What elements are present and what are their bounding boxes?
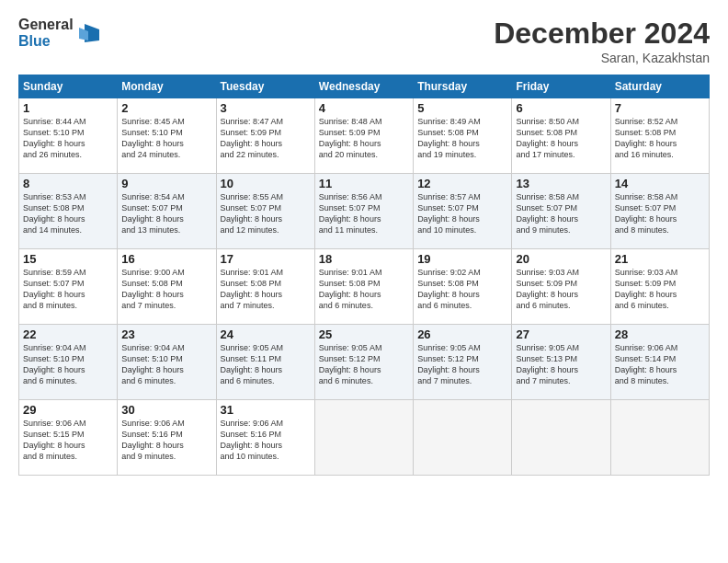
calendar-week-row: 29Sunrise: 9:06 AM Sunset: 5:15 PM Dayli…	[19, 400, 710, 476]
day-info: Sunrise: 9:05 AM Sunset: 5:12 PM Dayligh…	[417, 343, 481, 385]
day-info: Sunrise: 8:50 AM Sunset: 5:08 PM Dayligh…	[516, 117, 579, 159]
day-info: Sunrise: 8:59 AM Sunset: 5:07 PM Dayligh…	[23, 268, 86, 310]
day-number: 11	[319, 177, 409, 190]
calendar-day-cell: 7Sunrise: 8:52 AM Sunset: 5:08 PM Daylig…	[610, 98, 709, 174]
logo-blue: Blue	[18, 33, 74, 50]
day-number: 31	[221, 403, 311, 417]
calendar-day-cell: 31Sunrise: 9:06 AM Sunset: 5:16 PM Dayli…	[216, 400, 314, 476]
calendar-header-cell: Friday	[512, 75, 610, 98]
calendar-day-cell: 24Sunrise: 9:05 AM Sunset: 5:11 PM Dayli…	[216, 325, 314, 400]
day-number: 21	[615, 252, 705, 266]
day-info: Sunrise: 9:05 AM Sunset: 5:13 PM Dayligh…	[516, 343, 579, 385]
day-number: 22	[23, 327, 113, 341]
calendar-week-row: 15Sunrise: 8:59 AM Sunset: 5:07 PM Dayli…	[19, 249, 710, 325]
day-info: Sunrise: 9:06 AM Sunset: 5:14 PM Dayligh…	[615, 343, 678, 385]
day-info: Sunrise: 9:04 AM Sunset: 5:10 PM Dayligh…	[23, 343, 86, 385]
logo-text: General Blue	[18, 17, 74, 49]
day-number: 15	[23, 252, 113, 266]
day-number: 5	[417, 101, 507, 115]
calendar-day-cell: 20Sunrise: 9:03 AM Sunset: 5:09 PM Dayli…	[512, 249, 610, 325]
logo-general: General	[18, 17, 74, 33]
calendar-day-cell: 28Sunrise: 9:06 AM Sunset: 5:14 PM Dayli…	[610, 325, 709, 400]
calendar-day-cell: 14Sunrise: 8:58 AM Sunset: 5:07 PM Dayli…	[610, 174, 709, 249]
day-info: Sunrise: 9:06 AM Sunset: 5:16 PM Dayligh…	[221, 419, 284, 461]
calendar-day-cell: 17Sunrise: 9:01 AM Sunset: 5:08 PM Dayli…	[216, 249, 314, 325]
calendar-table: SundayMondayTuesdayWednesdayThursdayFrid…	[18, 75, 710, 476]
day-number: 4	[319, 101, 409, 115]
day-info: Sunrise: 9:03 AM Sunset: 5:09 PM Dayligh…	[516, 268, 579, 310]
day-number: 10	[221, 177, 311, 190]
calendar-day-cell: 1Sunrise: 8:44 AM Sunset: 5:10 PM Daylig…	[19, 98, 118, 174]
calendar-week-row: 8Sunrise: 8:53 AM Sunset: 5:08 PM Daylig…	[19, 174, 710, 249]
day-info: Sunrise: 8:58 AM Sunset: 5:07 PM Dayligh…	[516, 192, 579, 235]
day-number: 25	[319, 327, 409, 341]
day-info: Sunrise: 8:47 AM Sunset: 5:09 PM Dayligh…	[221, 117, 284, 159]
day-number: 12	[417, 177, 507, 190]
calendar-day-cell: 6Sunrise: 8:50 AM Sunset: 5:08 PM Daylig…	[512, 98, 610, 174]
day-number: 2	[121, 101, 211, 115]
day-number: 23	[121, 327, 211, 341]
day-info: Sunrise: 9:06 AM Sunset: 5:16 PM Dayligh…	[121, 419, 185, 461]
calendar-header-cell: Saturday	[610, 75, 709, 98]
calendar-day-cell: 18Sunrise: 9:01 AM Sunset: 5:08 PM Dayli…	[314, 249, 413, 325]
day-info: Sunrise: 9:01 AM Sunset: 5:08 PM Dayligh…	[221, 268, 284, 310]
calendar-day-cell: 5Sunrise: 8:49 AM Sunset: 5:08 PM Daylig…	[414, 98, 512, 174]
day-number: 9	[121, 177, 211, 190]
day-info: Sunrise: 9:06 AM Sunset: 5:15 PM Dayligh…	[23, 419, 86, 461]
calendar-day-cell: 22Sunrise: 9:04 AM Sunset: 5:10 PM Dayli…	[19, 325, 118, 400]
day-number: 27	[516, 327, 606, 341]
day-info: Sunrise: 9:05 AM Sunset: 5:12 PM Dayligh…	[319, 343, 382, 385]
day-number: 18	[319, 252, 409, 266]
calendar-day-cell: 9Sunrise: 8:54 AM Sunset: 5:07 PM Daylig…	[118, 174, 216, 249]
calendar-day-cell	[512, 400, 610, 476]
day-info: Sunrise: 8:48 AM Sunset: 5:09 PM Dayligh…	[319, 117, 382, 159]
day-info: Sunrise: 8:53 AM Sunset: 5:08 PM Dayligh…	[23, 192, 86, 235]
day-number: 13	[516, 177, 606, 190]
calendar-week-row: 22Sunrise: 9:04 AM Sunset: 5:10 PM Dayli…	[19, 325, 710, 400]
month-title: December 2024	[494, 17, 710, 51]
calendar-day-cell: 12Sunrise: 8:57 AM Sunset: 5:07 PM Dayli…	[414, 174, 512, 249]
calendar-header-cell: Tuesday	[216, 75, 314, 98]
day-number: 19	[417, 252, 507, 266]
page: General Blue December 2024 Saran, Kazakh…	[0, 0, 728, 563]
day-info: Sunrise: 8:56 AM Sunset: 5:07 PM Dayligh…	[319, 192, 382, 235]
day-number: 20	[516, 252, 606, 266]
calendar-header-row: SundayMondayTuesdayWednesdayThursdayFrid…	[19, 75, 710, 98]
day-number: 28	[615, 327, 705, 341]
day-info: Sunrise: 9:03 AM Sunset: 5:09 PM Dayligh…	[615, 268, 678, 310]
day-number: 6	[516, 101, 606, 115]
calendar-day-cell: 26Sunrise: 9:05 AM Sunset: 5:12 PM Dayli…	[414, 325, 512, 400]
calendar-day-cell	[314, 400, 413, 476]
day-number: 24	[221, 327, 311, 341]
calendar-day-cell: 8Sunrise: 8:53 AM Sunset: 5:08 PM Daylig…	[19, 174, 118, 249]
day-info: Sunrise: 9:02 AM Sunset: 5:08 PM Dayligh…	[417, 268, 481, 310]
calendar-header-cell: Thursday	[414, 75, 512, 98]
day-info: Sunrise: 8:52 AM Sunset: 5:08 PM Dayligh…	[615, 117, 678, 159]
calendar-day-cell: 27Sunrise: 9:05 AM Sunset: 5:13 PM Dayli…	[512, 325, 610, 400]
logo: General Blue	[18, 17, 101, 49]
subtitle: Saran, Kazakhstan	[494, 51, 710, 65]
calendar-day-cell: 23Sunrise: 9:04 AM Sunset: 5:10 PM Dayli…	[118, 325, 216, 400]
day-info: Sunrise: 9:00 AM Sunset: 5:08 PM Dayligh…	[121, 268, 185, 310]
day-info: Sunrise: 9:01 AM Sunset: 5:08 PM Dayligh…	[319, 268, 382, 310]
day-info: Sunrise: 9:05 AM Sunset: 5:11 PM Dayligh…	[221, 343, 284, 385]
calendar-header-cell: Sunday	[19, 75, 118, 98]
calendar-day-cell: 30Sunrise: 9:06 AM Sunset: 5:16 PM Dayli…	[118, 400, 216, 476]
calendar-day-cell: 29Sunrise: 9:06 AM Sunset: 5:15 PM Dayli…	[19, 400, 118, 476]
calendar-body: 1Sunrise: 8:44 AM Sunset: 5:10 PM Daylig…	[19, 98, 710, 476]
calendar-day-cell: 19Sunrise: 9:02 AM Sunset: 5:08 PM Dayli…	[414, 249, 512, 325]
day-info: Sunrise: 8:58 AM Sunset: 5:07 PM Dayligh…	[615, 192, 678, 235]
day-number: 26	[417, 327, 507, 341]
day-number: 29	[23, 403, 113, 417]
day-info: Sunrise: 8:55 AM Sunset: 5:07 PM Dayligh…	[221, 192, 284, 235]
day-info: Sunrise: 8:44 AM Sunset: 5:10 PM Dayligh…	[23, 117, 86, 159]
calendar-day-cell: 11Sunrise: 8:56 AM Sunset: 5:07 PM Dayli…	[314, 174, 413, 249]
calendar-day-cell: 15Sunrise: 8:59 AM Sunset: 5:07 PM Dayli…	[19, 249, 118, 325]
day-info: Sunrise: 8:45 AM Sunset: 5:10 PM Dayligh…	[121, 117, 185, 159]
calendar-day-cell: 3Sunrise: 8:47 AM Sunset: 5:09 PM Daylig…	[216, 98, 314, 174]
calendar-day-cell	[610, 400, 709, 476]
calendar-week-row: 1Sunrise: 8:44 AM Sunset: 5:10 PM Daylig…	[19, 98, 710, 174]
calendar-day-cell: 4Sunrise: 8:48 AM Sunset: 5:09 PM Daylig…	[314, 98, 413, 174]
day-number: 1	[23, 101, 113, 115]
calendar-header-cell: Monday	[118, 75, 216, 98]
